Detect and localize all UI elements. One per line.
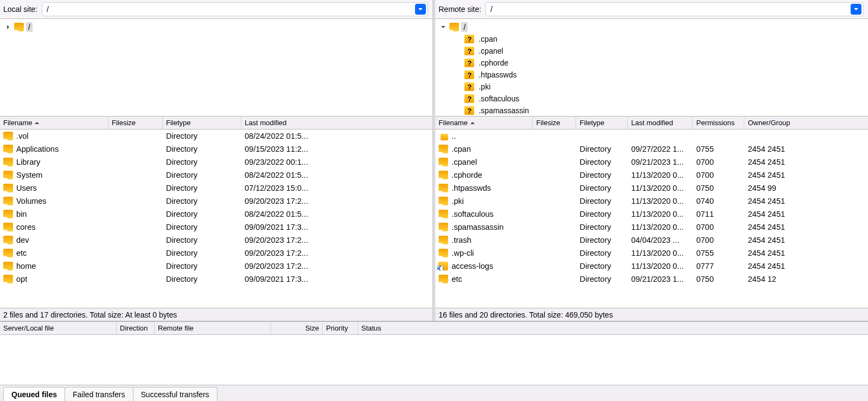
remote-column-header[interactable]: FilenameFilesizeFiletypeLast modifiedPer…	[435, 117, 868, 130]
cell-type: Directory	[576, 210, 628, 218]
local-column-header[interactable]: FilenameFilesizeFiletypeLast modified	[0, 117, 432, 130]
column-header-owner[interactable]: Owner/Group	[744, 117, 804, 129]
file-row[interactable]: SystemDirectory08/24/2022 01:5...	[0, 169, 432, 182]
queue-column-header[interactable]: Size	[271, 322, 323, 334]
queue-body[interactable]	[0, 335, 868, 385]
local-file-list[interactable]: .volDirectory08/24/2022 01:5...Applicati…	[0, 130, 432, 308]
file-row[interactable]: .volDirectory08/24/2022 01:5...	[0, 130, 432, 143]
tree-item[interactable]: .cphorde	[435, 57, 868, 69]
cell-type: Directory	[576, 262, 628, 270]
file-row[interactable]: coresDirectory09/09/2021 17:3...	[0, 221, 432, 234]
column-header-size[interactable]: Filesize	[108, 117, 163, 129]
column-header-modified[interactable]: Last modified	[628, 117, 693, 129]
folder-icon	[438, 171, 448, 179]
cell-type: Directory	[163, 223, 241, 231]
file-row[interactable]: .pkiDirectory11/13/2020 0...07402454 245…	[435, 195, 868, 208]
queue-column-header[interactable]: Remote file	[155, 322, 271, 334]
remote-path-combo[interactable]	[486, 2, 864, 16]
file-row[interactable]: .cphordeDirectory11/13/2020 0...07002454…	[435, 169, 868, 182]
queue-tab[interactable]: Successful transfers	[133, 387, 218, 401]
file-row[interactable]: etcDirectory09/20/2023 17:2...	[0, 247, 432, 260]
chevron-right-icon[interactable]	[4, 23, 12, 31]
file-row[interactable]: .softaculousDirectory11/13/2020 0...0711…	[435, 208, 868, 221]
tree-item[interactable]: .cpan	[435, 33, 868, 45]
remote-file-list[interactable]: ...cpanDirectory09/27/2022 1...07552454 …	[435, 130, 868, 308]
cell-type: Directory	[163, 236, 241, 244]
cell-owner: 2454 2451	[744, 236, 804, 244]
remote-status-bar: 16 files and 20 directories. Total size:…	[435, 308, 868, 321]
file-row[interactable]: LibraryDirectory09/23/2022 00:1...	[0, 156, 432, 169]
cell-name: etc	[0, 249, 108, 257]
local-path-combo[interactable]	[42, 2, 427, 16]
column-header-type[interactable]: Filetype	[163, 117, 241, 129]
file-row[interactable]: UsersDirectory07/12/2023 15:0...	[0, 182, 432, 195]
file-row[interactable]: etcDirectory09/21/2023 1...07502454 12	[435, 273, 868, 286]
folder-icon	[3, 158, 13, 166]
cell-type: Directory	[163, 171, 241, 179]
column-header-perm[interactable]: Permissions	[693, 117, 744, 129]
remote-path-dropdown-button[interactable]	[851, 4, 861, 15]
remote-path-input[interactable]	[486, 5, 851, 14]
file-row[interactable]: ..	[435, 130, 868, 143]
file-row[interactable]: .cpanelDirectory09/21/2023 1...07002454 …	[435, 156, 868, 169]
file-row[interactable]: .htpasswdsDirectory11/13/2020 0...075024…	[435, 182, 868, 195]
cell-type: Directory	[576, 249, 628, 257]
column-header-modified[interactable]: Last modified	[241, 117, 317, 129]
tree-item[interactable]: /	[0, 21, 432, 33]
sites-split: Local site: / FilenameFilesizeFiletypeLa…	[0, 0, 868, 321]
tree-item-label: .pki	[476, 82, 493, 92]
local-path-dropdown-button[interactable]	[415, 4, 426, 15]
cell-type: Directory	[163, 197, 241, 205]
tree-item[interactable]: /	[435, 21, 868, 33]
local-file-list-wrap: FilenameFilesizeFiletypeLast modified .v…	[0, 117, 432, 308]
file-row[interactable]: VolumesDirectory09/20/2023 17:2...	[0, 195, 432, 208]
file-row[interactable]: ApplicationsDirectory09/15/2023 11:2...	[0, 143, 432, 156]
cell-name: .cpanel	[435, 158, 533, 166]
cell-name: Users	[0, 184, 108, 192]
cell-owner: 2454 2451	[744, 197, 804, 205]
tree-item[interactable]: .softaculous	[435, 93, 868, 105]
tree-item-label: .cphorde	[476, 58, 510, 68]
file-row[interactable]: .cpanDirectory09/27/2022 1...07552454 24…	[435, 143, 868, 156]
file-row[interactable]: devDirectory09/20/2023 17:2...	[0, 234, 432, 247]
column-header-size[interactable]: Filesize	[533, 117, 576, 129]
cell-modified: 09/20/2023 17:2...	[241, 197, 317, 205]
folder-icon	[3, 145, 13, 153]
remote-path-label: Remote site:	[437, 5, 481, 14]
folder-icon	[3, 262, 13, 270]
queue-column-header[interactable]: Direction	[117, 322, 155, 334]
cell-name: dev	[0, 236, 108, 244]
cell-name: .trash	[435, 236, 533, 244]
tree-item[interactable]: .spamassassin	[435, 105, 868, 117]
cell-type: Directory	[576, 184, 628, 192]
file-row[interactable]: access-logsDirectory11/13/2020 0...07772…	[435, 260, 868, 273]
tree-item[interactable]: .cpanel	[435, 45, 868, 57]
queue-column-header[interactable]: Server/Local fileDirectionRemote fileSiz…	[0, 322, 868, 335]
file-row[interactable]: .spamassassinDirectory11/13/2020 0...070…	[435, 221, 868, 234]
file-row[interactable]: .trashDirectory04/04/2023 ...07002454 24…	[435, 234, 868, 247]
local-directory-tree[interactable]: /	[0, 19, 432, 117]
folder-unknown-icon	[464, 106, 474, 115]
file-row[interactable]: homeDirectory09/20/2023 17:2...	[0, 260, 432, 273]
file-row[interactable]: binDirectory08/24/2022 01:5...	[0, 208, 432, 221]
chevron-down-icon[interactable]	[439, 23, 447, 31]
queue-tab[interactable]: Queued files	[3, 387, 65, 401]
cell-modified: 09/20/2023 17:2...	[241, 249, 317, 257]
cell-type: Directory	[163, 210, 241, 218]
cell-modified: 09/27/2022 1...	[628, 145, 693, 153]
queue-column-header[interactable]: Server/Local file	[0, 322, 117, 334]
queue-tab[interactable]: Failed transfers	[65, 387, 133, 401]
tree-item[interactable]: .pki	[435, 81, 868, 93]
remote-directory-tree[interactable]: /.cpan.cpanel.cphorde.htpasswds.pki.soft…	[435, 19, 868, 117]
local-path-input[interactable]	[42, 5, 414, 14]
cell-modified: 11/13/2020 0...	[628, 262, 693, 270]
folder-icon	[438, 223, 448, 231]
queue-column-header[interactable]: Priority	[323, 322, 358, 334]
queue-column-header[interactable]: Status	[358, 322, 461, 334]
column-header-type[interactable]: Filetype	[576, 117, 628, 129]
file-row[interactable]: optDirectory09/09/2021 17:3...	[0, 273, 432, 286]
column-header-name[interactable]: Filename	[435, 117, 533, 129]
tree-item[interactable]: .htpasswds	[435, 69, 868, 81]
column-header-name[interactable]: Filename	[0, 117, 108, 129]
file-row[interactable]: .wp-cliDirectory11/13/2020 0...07552454 …	[435, 247, 868, 260]
